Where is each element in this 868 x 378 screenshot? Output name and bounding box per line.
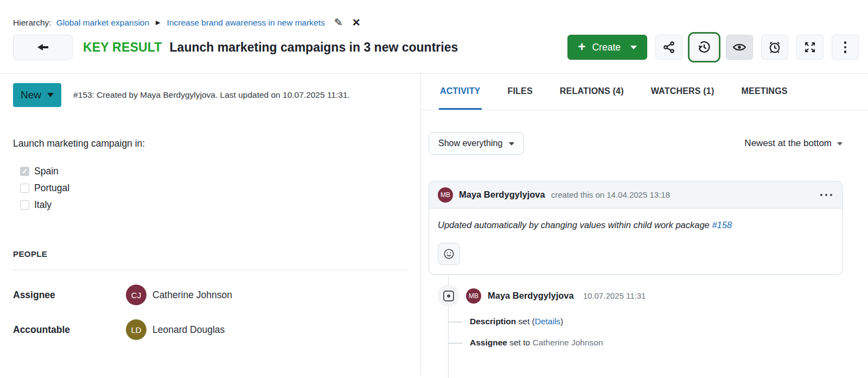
reminder-button[interactable] — [761, 35, 788, 60]
journal-timestamp: 10.07.2025 11:31 — [583, 291, 646, 300]
description-intro: Launch marketing campaign in: — [13, 138, 407, 149]
kebab-menu-icon — [844, 41, 847, 53]
activity-body: Show everything Newest at the bottom MB … — [421, 110, 868, 375]
people-divider — [13, 270, 408, 270]
expand-icon — [803, 41, 816, 54]
close-icon[interactable]: ✕ — [352, 17, 361, 28]
list-item: ✓ Spain — [20, 163, 407, 180]
journal-change-assignee: Assignee set to Catherine Johnson — [429, 336, 843, 349]
description-section[interactable]: Launch marketing campaign in: ✓ Spain Po… — [13, 138, 407, 213]
change-action-text: set to — [507, 338, 533, 347]
list-item: Portugal — [20, 180, 407, 197]
create-button[interactable]: + Create — [567, 35, 647, 60]
activity-comment-card: MB Maya Berdygylyjova created this on 14… — [429, 181, 843, 275]
checkbox-spain[interactable]: ✓ — [20, 167, 29, 176]
checkbox-label: Spain — [34, 166, 59, 177]
change-field-name: Assignee — [470, 338, 507, 347]
work-package-header: KEY RESULT Launch marketing campaigns in… — [0, 34, 868, 61]
chevron-down-icon — [630, 46, 637, 49]
smiley-icon — [443, 248, 455, 260]
create-button-label: Create — [592, 42, 621, 53]
tab-watchers[interactable]: WATCHERS (1) — [650, 74, 716, 110]
accountable-value[interactable]: LD Leonard Douglas — [126, 319, 225, 340]
avatar: MB — [438, 187, 453, 203]
history-icon — [697, 40, 711, 54]
avatar: CJ — [126, 285, 146, 305]
alarm-clock-icon — [768, 40, 782, 54]
watch-button[interactable] — [726, 35, 753, 60]
more-button[interactable] — [832, 35, 859, 60]
accountable-row: Accountable LD Leonard Douglas — [13, 319, 407, 340]
activity-filter-dropdown[interactable]: Show everything — [429, 132, 524, 155]
page-title: Launch marketing campaigns in 3 new coun… — [170, 40, 558, 55]
activity-pane: ACTIVITY FILES RELATIONS (4) WATCHERS (1… — [421, 74, 868, 375]
checkbox-portugal[interactable] — [20, 184, 29, 193]
checkbox-label: Portugal — [34, 182, 69, 194]
comment-body: Updated automatically by changing values… — [429, 209, 842, 274]
accountable-label: Accountable — [13, 324, 126, 336]
fullscreen-button[interactable] — [796, 35, 824, 60]
change-field-name: Description — [470, 317, 516, 326]
assignee-value[interactable]: CJ Catherine Johnson — [126, 285, 232, 305]
tab-meetings[interactable]: MEETINGS — [740, 74, 788, 110]
breadcrumb-link-child[interactable]: Increase brand awareness in new markets — [167, 18, 325, 28]
chevron-right-icon: ▶ — [156, 19, 160, 26]
chevron-down-icon — [509, 142, 514, 146]
chevron-down-icon — [837, 142, 843, 146]
work-package-details-pane: New #153: Created by Maya Berdygylyjova.… — [0, 74, 421, 375]
content-split: New #153: Created by Maya Berdygylyjova.… — [0, 74, 868, 375]
list-item: Italy — [20, 197, 407, 213]
journal-author-name[interactable]: Maya Berdygylyjova — [488, 291, 574, 301]
share-button[interactable] — [655, 35, 682, 60]
assignee-name: Catherine Johnson — [152, 289, 232, 301]
plus-icon: + — [578, 40, 585, 53]
eye-icon — [732, 40, 746, 54]
avatar: MB — [466, 288, 481, 304]
assignee-row: Assignee CJ Catherine Johnson — [13, 285, 407, 305]
detail-tabs: ACTIVITY FILES RELATIONS (4) WATCHERS (1… — [421, 74, 868, 110]
activity-timeline: MB Maya Berdygylyjova 10.07.2025 11:31 D… — [429, 275, 843, 375]
tab-files[interactable]: FILES — [507, 74, 534, 110]
history-button[interactable] — [691, 35, 718, 60]
comment-meta: created this on 14.04.2025 13:18 — [551, 190, 670, 199]
chevron-down-icon — [47, 93, 54, 97]
comment-text: Updated automatically by changing values… — [438, 220, 833, 230]
checkbox-italy[interactable] — [20, 200, 29, 210]
change-set-icon — [443, 291, 454, 301]
change-suffix-text: ) — [560, 317, 563, 326]
tab-activity[interactable]: ACTIVITY — [439, 74, 482, 110]
created-updated-info: #153: Created by Maya Berdygylyjova. Las… — [73, 90, 350, 100]
work-package-link[interactable]: #158 — [712, 220, 732, 230]
edit-pencil-icon[interactable]: ✎ — [334, 17, 343, 28]
activity-filter-row: Show everything Newest at the bottom — [429, 132, 843, 155]
avatar: LD — [126, 319, 146, 340]
work-package-type-label: KEY RESULT — [83, 40, 162, 55]
assignee-label: Assignee — [13, 289, 126, 301]
breadcrumb: Hierarchy: Global market expansion ▶ Inc… — [0, 0, 868, 28]
journal-bullet — [437, 285, 459, 307]
add-reaction-button[interactable] — [438, 243, 460, 265]
share-icon — [662, 41, 675, 54]
back-button[interactable] — [13, 35, 73, 60]
activity-sort-dropdown[interactable]: Newest at the bottom — [744, 138, 843, 149]
change-value-text: Catherine Johnson — [532, 338, 603, 347]
journal-entry-header: MB Maya Berdygylyjova 10.07.2025 11:31 — [429, 275, 843, 307]
activity-filter-label: Show everything — [438, 138, 502, 148]
tab-relations[interactable]: RELATIONS (4) — [559, 74, 625, 110]
status-row: New #153: Created by Maya Berdygylyjova.… — [13, 83, 407, 107]
details-link[interactable]: Details — [535, 317, 560, 326]
comment-more-button[interactable] — [819, 191, 833, 199]
journal-change-description: Description set (Details) — [429, 315, 843, 328]
description-checklist: ✓ Spain Portugal Italy — [20, 163, 407, 213]
header-toolbar: + Create — [567, 35, 859, 60]
status-label: New — [21, 89, 41, 101]
comment-header: MB Maya Berdygylyjova created this on 14… — [429, 181, 842, 209]
accountable-name: Leonard Douglas — [152, 324, 225, 336]
comment-author-name[interactable]: Maya Berdygylyjova — [459, 190, 545, 200]
hierarchy-label: Hierarchy: — [13, 18, 52, 28]
status-button[interactable]: New — [13, 83, 61, 107]
comment-text-content: Updated automatically by changing values… — [438, 220, 710, 230]
activity-sort-label: Newest at the bottom — [744, 138, 832, 149]
breadcrumb-link-parent[interactable]: Global market expansion — [56, 18, 149, 28]
people-section-heading: PEOPLE — [13, 249, 407, 259]
